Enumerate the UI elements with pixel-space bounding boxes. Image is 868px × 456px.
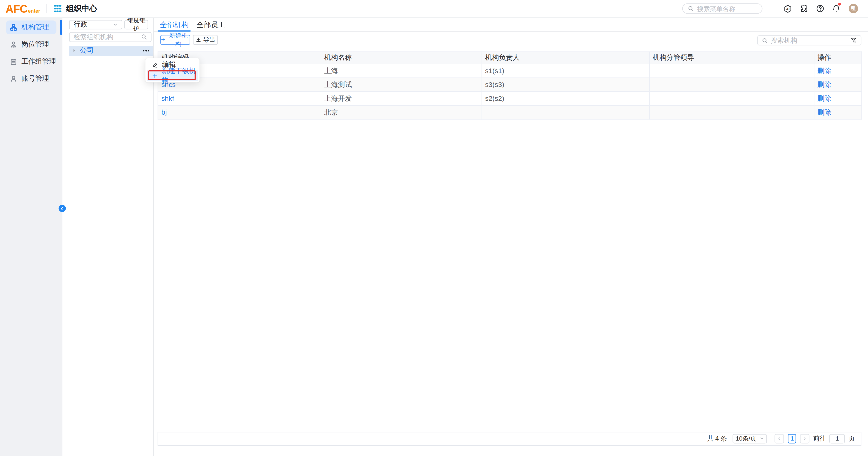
org-code-link[interactable]: shkf bbox=[161, 95, 174, 103]
delete-link[interactable]: 删除 bbox=[817, 108, 831, 116]
tree-node-label: 公司 bbox=[80, 46, 94, 56]
avatar[interactable]: 租 bbox=[849, 4, 858, 13]
notification-dot bbox=[838, 3, 841, 5]
page-unit-label: 页 bbox=[849, 434, 855, 443]
logo-subtext: enter bbox=[28, 8, 40, 13]
next-page-button[interactable] bbox=[800, 434, 810, 444]
menu-search-input[interactable] bbox=[697, 5, 757, 12]
goto-page-input[interactable] bbox=[830, 434, 845, 444]
sidebar-item-label: 岗位管理 bbox=[22, 40, 49, 49]
download-icon bbox=[195, 37, 201, 42]
org-name-cell: 上海 bbox=[321, 64, 482, 78]
table-row: shcs 上海测试 s3(s3) 删除 bbox=[158, 78, 862, 91]
org-tree-panel: 行政 维度维护 公司 bbox=[62, 18, 154, 456]
org-leader-cell: s1(s1) bbox=[482, 64, 649, 78]
main-content: 全部机构 全部员工 新建机构 导出 bbox=[154, 18, 868, 456]
nav-sidebar: 机构管理 岗位管理 工作组管理 账号管理 bbox=[0, 18, 62, 456]
svg-text:AI: AI bbox=[786, 7, 790, 10]
app: AFC enter 组织中心 AI bbox=[0, 0, 868, 456]
goto-label: 前往 bbox=[813, 434, 826, 443]
new-org-button[interactable]: 新建机构 bbox=[161, 35, 190, 45]
org-chart-icon bbox=[10, 24, 17, 31]
top-bar: AFC enter 组织中心 AI bbox=[0, 0, 868, 18]
org-leader-cell: s2(s2) bbox=[482, 92, 649, 106]
menu-search bbox=[682, 3, 763, 14]
chevron-right-icon bbox=[803, 437, 807, 441]
column-header-leader: 机构负责人 bbox=[482, 52, 649, 64]
sidebar-item-label: 账号管理 bbox=[22, 74, 49, 84]
search-icon bbox=[688, 5, 694, 11]
org-supervisor-cell bbox=[649, 106, 814, 119]
org-leader-cell bbox=[482, 106, 649, 119]
logo-text: AFC bbox=[5, 3, 27, 14]
org-leader-cell: s3(s3) bbox=[482, 78, 649, 91]
table-row: bj 北京 删除 bbox=[158, 106, 862, 119]
more-actions-icon[interactable] bbox=[143, 50, 149, 52]
help-icon[interactable] bbox=[815, 4, 824, 13]
pencil-icon bbox=[152, 62, 158, 68]
total-count: 共 4 条 bbox=[707, 434, 727, 443]
sidebar-item-label: 工作组管理 bbox=[22, 57, 56, 66]
tab-all-employees[interactable]: 全部员工 bbox=[194, 18, 227, 32]
sidebar-item-workgroup-management[interactable]: 工作组管理 bbox=[6, 54, 56, 68]
plus-icon bbox=[152, 73, 158, 79]
pagination-bar: 共 4 条 10条/页 1 前往 页 bbox=[158, 432, 861, 446]
org-supervisor-cell bbox=[649, 92, 814, 106]
search-icon bbox=[141, 34, 147, 40]
org-name-cell: 上海测试 bbox=[321, 78, 482, 91]
plugin-puzzle-icon[interactable] bbox=[799, 4, 808, 13]
sidebar-item-account-management[interactable]: 账号管理 bbox=[6, 72, 56, 86]
sidebar-item-org-management[interactable]: 机构管理 bbox=[6, 20, 56, 34]
org-supervisor-cell bbox=[649, 78, 814, 91]
delete-link[interactable]: 删除 bbox=[817, 94, 831, 103]
export-button[interactable]: 导出 bbox=[193, 35, 218, 45]
table-row: 上海 s1(s1) 删除 bbox=[158, 64, 862, 78]
chevron-down-icon bbox=[760, 436, 764, 441]
active-indicator bbox=[60, 20, 62, 35]
chevron-left-icon bbox=[777, 437, 781, 441]
org-code-link[interactable]: bj bbox=[161, 109, 167, 116]
sidebar-item-post-management[interactable]: 岗位管理 bbox=[6, 37, 56, 52]
prev-page-button[interactable] bbox=[774, 434, 784, 444]
column-header-name: 机构名称 bbox=[321, 52, 482, 64]
caret-right-icon[interactable] bbox=[72, 49, 76, 53]
tab-all-orgs[interactable]: 全部机构 bbox=[158, 18, 191, 32]
divider bbox=[46, 4, 47, 13]
table-row: shkf 上海开发 s2(s2) 删除 bbox=[158, 92, 862, 106]
org-table: 机构编码 机构名称 机构负责人 机构分管领导 操作 上海 s1(s1) 删除 bbox=[158, 51, 861, 120]
tree-context-menu: 编辑 新建下级机构 bbox=[146, 58, 199, 83]
delete-link[interactable]: 删除 bbox=[817, 81, 831, 89]
person-icon bbox=[10, 75, 17, 82]
app-launcher-icon[interactable] bbox=[54, 5, 61, 12]
sidebar-item-label: 机构管理 bbox=[22, 23, 49, 32]
person-badge-icon bbox=[10, 41, 17, 48]
plus-icon bbox=[161, 37, 166, 42]
search-icon bbox=[762, 37, 768, 44]
tree-search-input[interactable] bbox=[73, 33, 138, 41]
dimension-select-value: 行政 bbox=[73, 20, 87, 29]
page-size-select[interactable]: 10条/页 bbox=[733, 434, 767, 444]
ai-assistant-icon[interactable]: AI bbox=[783, 4, 792, 13]
logo[interactable]: AFC enter bbox=[5, 3, 40, 14]
column-header-supervisor: 机构分管领导 bbox=[649, 52, 814, 64]
tabs-bar: 全部机构 全部员工 bbox=[154, 18, 868, 32]
delete-link[interactable]: 删除 bbox=[817, 67, 831, 75]
dimension-maintain-button[interactable]: 维度维护 bbox=[125, 20, 148, 29]
org-search-input[interactable] bbox=[771, 37, 847, 45]
page-number-button[interactable]: 1 bbox=[788, 434, 796, 444]
org-name-cell: 上海开发 bbox=[321, 92, 482, 106]
dimension-select[interactable]: 行政 bbox=[69, 20, 122, 29]
filter-funnel-icon[interactable] bbox=[850, 37, 857, 44]
table-header-row: 机构编码 机构名称 机构负责人 机构分管领导 操作 bbox=[158, 52, 862, 64]
page-title: 组织中心 bbox=[66, 4, 97, 13]
menu-item-create-sub-org[interactable]: 新建下级机构 bbox=[147, 70, 198, 81]
chevron-down-icon bbox=[113, 22, 118, 27]
clipboard-icon bbox=[10, 58, 17, 65]
toolbar: 新建机构 导出 bbox=[161, 35, 218, 45]
notification-bell-icon[interactable] bbox=[832, 4, 840, 13]
tree-search bbox=[69, 32, 151, 42]
tree-node-company[interactable]: 公司 bbox=[69, 46, 153, 56]
org-search bbox=[757, 35, 861, 46]
org-supervisor-cell bbox=[649, 64, 814, 78]
column-header-actions: 操作 bbox=[814, 52, 862, 64]
